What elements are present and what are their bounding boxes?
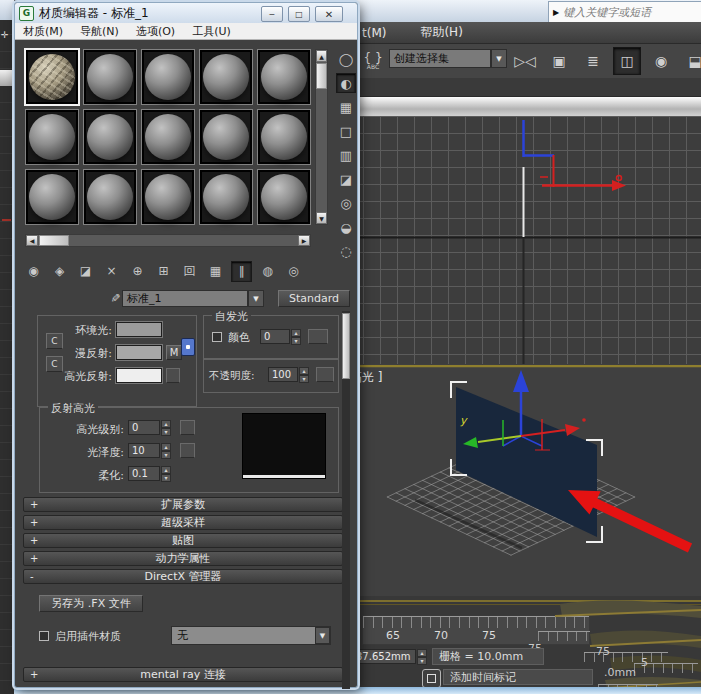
video-color-check-icon[interactable]: ▥	[336, 145, 356, 165]
mental-ray-rollout[interactable]: + mental ray 连接	[23, 667, 343, 682]
layer-manager-icon[interactable]: ≣	[579, 47, 607, 75]
menu-item[interactable]: 工具(U)	[192, 24, 231, 39]
specular-color-swatch[interactable]	[116, 368, 162, 383]
main-menu-item[interactable]: 帮助(H)	[420, 24, 462, 41]
get-material-icon[interactable]: ◉	[23, 261, 44, 282]
rollout-bar[interactable]: + 贴图	[23, 533, 343, 548]
show-end-result-icon[interactable]: ∥	[231, 261, 252, 282]
reset-map-icon[interactable]: ×	[101, 261, 122, 282]
maximize-icon[interactable]: □	[288, 6, 310, 22]
self-illumination-checkbox[interactable]	[212, 332, 222, 342]
plugin-select-arrow-icon[interactable]: ▼	[315, 627, 330, 644]
edit-named-selection-sets-icon[interactable]: { } ABC	[360, 47, 386, 75]
close-icon[interactable]: ✕	[315, 6, 343, 22]
specular-map-button[interactable]	[166, 368, 180, 383]
render-setup-icon[interactable]: ⬓	[681, 47, 701, 75]
params-scrollbar[interactable]	[342, 311, 350, 689]
go-to-parent-icon[interactable]: ◍	[257, 261, 278, 282]
sample-horizontal-scrollbar[interactable]: ◀ ▶	[25, 234, 311, 247]
scrollbar-thumb[interactable]	[39, 235, 69, 246]
named-selection-set-field[interactable]: 创建选择集	[389, 49, 491, 68]
go-forward-to-sibling-icon[interactable]: ◎	[283, 261, 304, 282]
material-name-field[interactable]: 标准_1	[122, 290, 248, 307]
isolate-selection-icon[interactable]	[422, 669, 441, 688]
soften-value[interactable]: 0.1	[128, 466, 160, 481]
material-sample-slot[interactable]	[25, 49, 79, 105]
rollout-bar[interactable]: + 动力学属性	[23, 551, 343, 566]
plugin-material-select[interactable]: 无	[171, 626, 331, 645]
self-illumination-spinner[interactable]: ▴▾	[291, 329, 301, 344]
specular-level-value[interactable]: 0	[128, 420, 160, 435]
named-selection-set-dropdown-arrow-icon[interactable]: ▼	[491, 49, 507, 68]
rollout-bar[interactable]: + 超级采样	[23, 515, 343, 530]
rollout-bar[interactable]: + 扩展参数	[23, 497, 343, 512]
align-icon[interactable]: ▣	[545, 47, 573, 75]
make-preview-icon[interactable]: ◪	[336, 169, 356, 189]
material-sample-slot[interactable]	[83, 49, 137, 105]
material-sample-slot[interactable]	[257, 49, 311, 105]
options-icon[interactable]: ◎	[336, 193, 356, 213]
glossiness-value[interactable]: 10	[128, 443, 160, 458]
viewport-nav-icon[interactable]: ✛	[1, 30, 9, 40]
menu-item[interactable]: 导航(N)	[80, 24, 119, 39]
scrollbar-thumb[interactable]	[342, 313, 350, 379]
self-illumination-map-button[interactable]	[308, 329, 328, 344]
menu-item[interactable]: 材质(M)	[23, 24, 63, 39]
put-to-library-icon[interactable]: ⊞	[153, 261, 174, 282]
mirror-icon[interactable]: ▷◁	[511, 47, 539, 75]
rollout-bar[interactable]: - DirectX 管理器	[23, 569, 343, 584]
spinner-up-icon[interactable]: ▴	[417, 649, 427, 657]
pick-material-eyedropper-icon[interactable]: ✎	[107, 290, 123, 306]
material-sample-slot[interactable]	[141, 49, 195, 105]
ambient-diffuse-lock-icon[interactable]	[181, 338, 195, 356]
material-sample-slot[interactable]	[199, 49, 253, 105]
scroll-down-icon[interactable]: ▼	[316, 212, 327, 224]
curve-editor-icon[interactable]: ◉	[647, 47, 675, 75]
material-sample-slot[interactable]	[257, 109, 311, 165]
glossiness-spinner[interactable]: ▴▾	[161, 443, 171, 458]
specular-level-map-button[interactable]	[180, 420, 195, 435]
diffuse-map-button[interactable]: M	[166, 345, 182, 360]
ambient-color-swatch[interactable]	[116, 322, 162, 337]
material-sample-slot[interactable]	[257, 169, 311, 225]
save-as-fx-button[interactable]: 另存为 .FX 文件	[39, 595, 143, 612]
specular-level-spinner[interactable]: ▴▾	[161, 420, 171, 435]
perspective-viewport[interactable]: y	[346, 365, 701, 596]
self-illumination-value[interactable]: 0	[260, 329, 290, 344]
backlight-icon[interactable]: ◐	[336, 73, 356, 93]
diffuse-color-swatch[interactable]	[116, 345, 162, 360]
search-arrow-icon[interactable]: ▶	[549, 8, 563, 17]
material-sample-slot[interactable]	[141, 109, 195, 165]
spinner-down-icon[interactable]: ▾	[417, 657, 427, 665]
add-time-tag[interactable]: 添加时间标记	[443, 669, 593, 685]
material-editor-window[interactable]: G 材质编辑器 - 标准_1 ─ □ ✕ 材质(M)导航(N)选项(O)工具(U…	[14, 2, 358, 688]
material-sample-slot[interactable]	[199, 169, 253, 225]
sample-type-icon[interactable]: ◯	[336, 49, 356, 69]
put-material-to-scene-icon[interactable]: ◈	[49, 261, 70, 282]
glossiness-map-button[interactable]	[180, 443, 195, 458]
search-box[interactable]: ▶ 键入关键字或短语	[548, 1, 701, 23]
z-coordinate-spinner[interactable]: ▴ ▾	[417, 649, 427, 664]
material-sample-slot[interactable]	[25, 169, 79, 225]
scroll-up-icon[interactable]: ▲	[316, 50, 327, 62]
material-editor-icon[interactable]: ◫	[613, 47, 641, 75]
material-sample-slot[interactable]	[83, 169, 137, 225]
sample-uv-tiling-icon[interactable]: □	[336, 121, 356, 141]
opacity-spinner[interactable]: ▴▾	[299, 367, 309, 382]
z-coordinate-field[interactable]: 37.652mm	[352, 649, 416, 664]
enable-plugin-material-checkbox[interactable]	[39, 631, 49, 641]
material-editor-titlebar[interactable]: G 材质编辑器 - 标准_1 ─ □ ✕	[15, 3, 357, 23]
material-map-navigator-icon[interactable]: ◌	[336, 241, 356, 261]
main-menu-item[interactable]: t(M)	[362, 26, 386, 40]
scrollbar-thumb[interactable]	[316, 63, 327, 89]
make-material-copy-icon[interactable]: ⊕	[127, 261, 148, 282]
material-sample-slot[interactable]	[83, 109, 137, 165]
material-sample-slot[interactable]	[25, 109, 79, 165]
material-sample-slot[interactable]	[141, 169, 195, 225]
background-icon[interactable]: ▦	[336, 97, 356, 117]
opacity-value[interactable]: 100	[268, 367, 298, 382]
opacity-map-button[interactable]	[316, 367, 334, 382]
select-by-material-icon[interactable]: ◒	[336, 217, 356, 237]
scroll-left-icon[interactable]: ◀	[26, 235, 38, 246]
minimize-icon[interactable]: ─	[261, 6, 283, 22]
